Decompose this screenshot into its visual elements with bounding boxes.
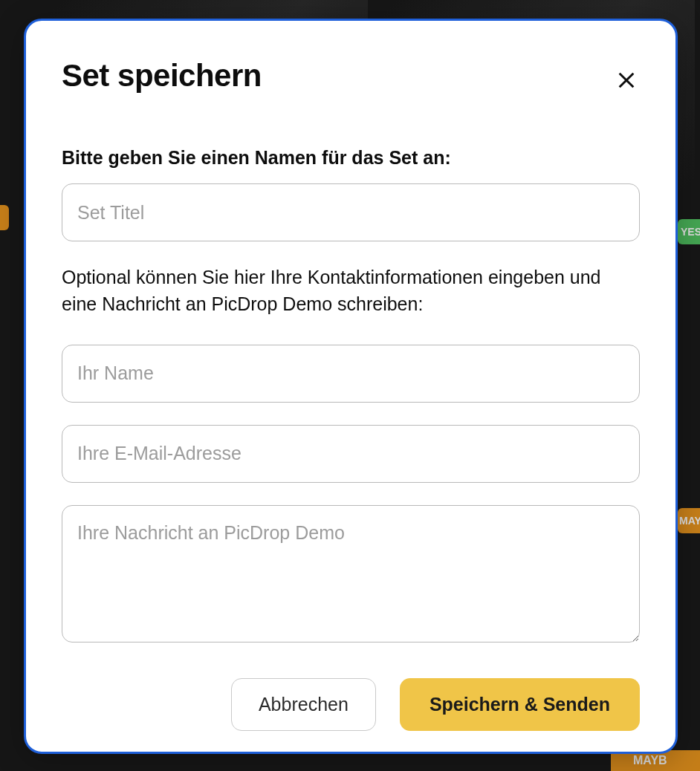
save-send-button[interactable]: Speichern & Senden (400, 678, 640, 731)
close-button[interactable] (613, 67, 640, 94)
close-icon (616, 70, 637, 91)
your-name-input[interactable] (62, 345, 640, 403)
modal-title: Set speichern (62, 58, 640, 94)
save-set-modal: Set speichern Bitte geben Sie einen Name… (24, 19, 678, 754)
your-email-input[interactable] (62, 425, 640, 483)
your-message-textarea[interactable] (62, 505, 640, 642)
optional-contact-label: Optional können Sie hier Ihre Kontaktinf… (62, 264, 640, 318)
cancel-button[interactable]: Abbrechen (231, 678, 376, 731)
modal-button-row: Abbrechen Speichern & Senden (62, 678, 640, 731)
set-name-label: Bitte geben Sie einen Namen für das Set … (62, 147, 640, 169)
set-title-input[interactable] (62, 183, 640, 241)
